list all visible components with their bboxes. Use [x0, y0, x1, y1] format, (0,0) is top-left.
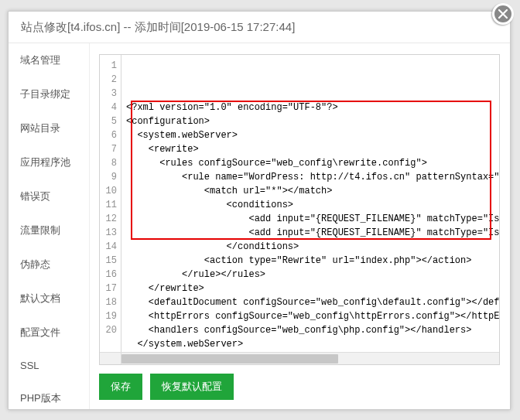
- code-line: <?xml version="1.0" encoding="UTF-8"?>: [126, 101, 499, 114]
- line-number: 19: [100, 309, 117, 323]
- sidebar: 域名管理 子目录绑定 网站目录 应用程序池 错误页 流量限制 伪静态 默认文档 …: [9, 43, 90, 409]
- code-line: <add input="{REQUEST_FILENAME}" matchTyp…: [126, 226, 499, 240]
- line-number: 9: [100, 170, 117, 184]
- line-number: 17: [100, 282, 117, 295]
- sidebar-item-traffic[interactable]: 流量限制: [9, 213, 89, 248]
- code-line: </conditions>: [126, 240, 499, 254]
- code-line: </rewrite>: [126, 282, 499, 295]
- code-editor[interactable]: 1234567891011121314151617181920 <?xml ve…: [99, 54, 500, 365]
- code-line: </rule></rules>: [126, 268, 499, 282]
- line-number: 2: [100, 73, 117, 87]
- line-number: 5: [100, 114, 117, 128]
- code-line: <configuration>: [126, 114, 499, 128]
- scroll-thumb[interactable]: [121, 354, 338, 364]
- code-line: <action type="Rewrite" url="index.php"><…: [126, 254, 499, 268]
- line-number: 8: [100, 156, 117, 170]
- line-number: 12: [100, 212, 117, 226]
- button-bar: 保存 恢复默认配置: [99, 365, 500, 400]
- code-line: <match url="*"></match>: [126, 184, 499, 198]
- line-number: 7: [100, 142, 117, 156]
- line-number: 3: [100, 87, 117, 101]
- line-number: 11: [100, 198, 117, 212]
- modal-body: 域名管理 子目录绑定 网站目录 应用程序池 错误页 流量限制 伪静态 默认文档 …: [9, 43, 510, 409]
- sidebar-item-errorpage[interactable]: 错误页: [9, 179, 89, 213]
- close-button[interactable]: [492, 3, 514, 25]
- line-number: 10: [100, 184, 117, 198]
- code-line: <add input="{REQUEST_FILENAME}" matchTyp…: [126, 212, 499, 226]
- site-edit-modal: 站点修改[t4.ifos.cn] -- 添加时间[2019-06-15 17:2…: [8, 11, 511, 410]
- line-number: 1: [100, 59, 117, 73]
- scroll-track[interactable]: [121, 353, 499, 364]
- code-line: <defaultDocument configSource="web_confi…: [126, 295, 499, 309]
- code-line: <rule name="WordPress: http://t4.ifos.cn…: [126, 170, 499, 184]
- sidebar-item-defaultdoc[interactable]: 默认文档: [9, 282, 89, 316]
- sidebar-item-subdir[interactable]: 子目录绑定: [9, 77, 89, 111]
- horizontal-scrollbar[interactable]: [100, 352, 499, 364]
- line-number: 18: [100, 295, 117, 309]
- sidebar-item-ssl[interactable]: SSL: [9, 350, 89, 381]
- code-area[interactable]: <?xml version="1.0" encoding="UTF-8"?><c…: [121, 55, 499, 352]
- code-line: <rules configSource="web_config\rewrite.…: [126, 156, 499, 170]
- line-number: 15: [100, 254, 117, 268]
- sidebar-item-rewrite[interactable]: 伪静态: [9, 248, 89, 282]
- editor-body: 1234567891011121314151617181920 <?xml ve…: [100, 55, 499, 352]
- line-number: 20: [100, 323, 117, 337]
- code-line: <httpErrors configSource="web_config\htt…: [126, 309, 499, 323]
- line-gutter: 1234567891011121314151617181920: [100, 55, 121, 352]
- code-line: </system.webServer>: [126, 337, 499, 351]
- sidebar-item-domain[interactable]: 域名管理: [9, 43, 89, 77]
- scroll-corner: [100, 353, 121, 364]
- line-number: 4: [100, 101, 117, 114]
- code-line: <conditions>: [126, 198, 499, 212]
- line-number: 14: [100, 240, 117, 254]
- main-panel: 1234567891011121314151617181920 <?xml ve…: [90, 43, 510, 409]
- line-number: 13: [100, 226, 117, 240]
- restore-button[interactable]: 恢复默认配置: [150, 374, 234, 400]
- line-number: 6: [100, 128, 117, 142]
- sidebar-item-php[interactable]: PHP版本: [9, 381, 89, 415]
- sidebar-item-apppool[interactable]: 应用程序池: [9, 145, 89, 179]
- save-button[interactable]: 保存: [99, 374, 142, 400]
- sidebar-item-config[interactable]: 配置文件: [9, 316, 89, 350]
- line-number: 16: [100, 268, 117, 282]
- close-icon: [498, 9, 508, 19]
- sidebar-item-webdir[interactable]: 网站目录: [9, 111, 89, 145]
- sidebar-item-redirect[interactable]: 重定向: [9, 415, 89, 420]
- code-line: <system.webServer>: [126, 128, 499, 142]
- code-line: <rewrite>: [126, 142, 499, 156]
- modal-title: 站点修改[t4.ifos.cn] -- 添加时间[2019-06-15 17:2…: [21, 20, 295, 33]
- modal-header: 站点修改[t4.ifos.cn] -- 添加时间[2019-06-15 17:2…: [9, 12, 510, 43]
- code-line: <handlers configSource="web_config\php.c…: [126, 323, 499, 337]
